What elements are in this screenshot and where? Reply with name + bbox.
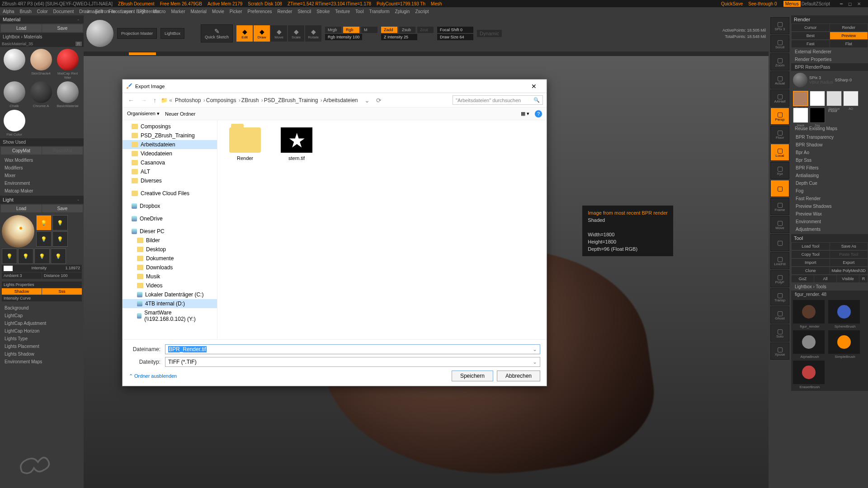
menu-marker[interactable]: Marker xyxy=(168,9,188,14)
tool-thumb[interactable]: figur_render xyxy=(793,300,826,328)
material-section[interactable]: Wax Modifiers xyxy=(0,156,84,164)
render-section[interactable]: Environment xyxy=(791,218,868,225)
tool-thumb[interactable]: SimpleBrush xyxy=(828,330,862,359)
load-tool-button[interactable]: Load Tool xyxy=(792,243,830,250)
tree-item[interactable]: SmartWare (\\192.168.0.102) (Y:) xyxy=(123,308,217,324)
light-section[interactable]: Background xyxy=(0,304,84,312)
goz-button[interactable]: GoZ xyxy=(792,275,814,282)
sss-toggle[interactable]: Sss xyxy=(42,288,82,295)
lights-props[interactable]: Lights Properties xyxy=(2,282,82,288)
filename-input[interactable]: BPR_Render.tif ⌄ xyxy=(165,344,540,354)
light-section[interactable]: LightCap Horizon xyxy=(0,327,84,335)
material-swatch[interactable]: Chrome A xyxy=(28,81,53,108)
render-section[interactable]: Depth Cue xyxy=(791,179,868,187)
light-load-button[interactable]: Load xyxy=(1,205,42,212)
dynamic-button[interactable]: Dynamic xyxy=(477,30,502,37)
nav-fwd-icon[interactable]: → xyxy=(139,97,149,104)
copy-tool-button[interactable]: Copy Tool xyxy=(792,251,830,258)
import-button[interactable]: Import xyxy=(792,259,830,266)
tool-thumb[interactable]: AlphaBrush xyxy=(793,330,826,359)
light-section[interactable]: Lights Placement xyxy=(0,343,84,350)
menu-stroke[interactable]: Stroke xyxy=(314,9,332,14)
preview-button[interactable]: Preview xyxy=(830,32,868,39)
tool-thumb[interactable]: EraserBrush xyxy=(793,361,826,389)
tree-item[interactable]: Desktop xyxy=(123,245,217,254)
cursor-button[interactable]: Cursor xyxy=(792,24,830,31)
rtool-polyf[interactable]: ▢PolyF xyxy=(770,270,789,287)
shadow-toggle[interactable]: Shadow xyxy=(2,288,42,295)
menu-preferences[interactable]: Preferences xyxy=(245,9,275,14)
menu-texture[interactable]: Texture xyxy=(332,9,353,14)
render-section[interactable]: Adjustments xyxy=(791,225,868,233)
lightbox-materials[interactable]: Lightbox › Materials xyxy=(0,33,84,41)
render-section[interactable]: BPR Transparency xyxy=(791,133,868,141)
filetype-select[interactable]: TIFF (*.TIF)⌄ xyxy=(165,357,540,367)
draw-mode-button[interactable]: ◆Draw xyxy=(254,25,270,42)
tree-item[interactable]: OneDrive xyxy=(123,214,217,223)
refresh-icon[interactable]: ⟳ xyxy=(374,97,383,104)
render-section[interactable]: Bpr Sss xyxy=(791,156,868,164)
quick-sketch-button[interactable]: ✎Quick Sketch xyxy=(201,24,233,42)
rgb-intensity-slider[interactable]: Rgb Intensity 100 xyxy=(325,34,362,40)
nav-up-icon[interactable]: ↑ xyxy=(151,97,158,104)
light-section[interactable]: LightCap xyxy=(0,312,84,319)
material-swatch[interactable]: Flat Color xyxy=(2,110,27,136)
pass-shadow[interactable]: Shadow xyxy=(826,91,842,106)
tree-item[interactable]: Bilder xyxy=(123,236,217,245)
menus-toggle[interactable]: Menus xyxy=(783,1,801,7)
light-7-toggle[interactable]: 💡 xyxy=(34,249,50,264)
tree-item[interactable]: Diverses xyxy=(123,176,217,185)
file-item[interactable]: Render xyxy=(225,127,265,161)
rtool-local[interactable]: ▢Local xyxy=(770,144,789,161)
material-save-button[interactable]: Save xyxy=(42,24,83,32)
menu-tool[interactable]: Tool xyxy=(353,9,366,14)
rtool-xyz[interactable]: ▢Xyz xyxy=(770,162,789,179)
rtool-persp[interactable]: ▢Persp xyxy=(770,108,789,125)
material-section[interactable]: Mixer xyxy=(0,172,84,179)
tree-item[interactable]: Lokaler Datenträger (C:) xyxy=(123,290,217,299)
light-section[interactable]: LightCap Adjustment xyxy=(0,319,84,327)
light-6-toggle[interactable]: 💡 xyxy=(18,249,33,264)
tree-item[interactable]: ALT xyxy=(123,167,217,176)
menu-zscript[interactable]: Zscript xyxy=(412,9,431,14)
menu-transform[interactable]: Transform xyxy=(366,9,392,14)
menu-color[interactable]: Color xyxy=(34,9,51,14)
projection-master-button[interactable]: Projection Master xyxy=(117,28,157,39)
rtool-blank[interactable]: ▢ xyxy=(770,180,789,197)
intensity-curve[interactable]: Intensity Curve xyxy=(2,295,82,301)
crumb[interactable]: Composings xyxy=(206,97,241,103)
rtool-move[interactable]: ▢Move xyxy=(770,216,789,233)
light-2-toggle[interactable]: 💡 xyxy=(52,215,68,230)
goz-all-button[interactable]: All xyxy=(814,275,836,282)
nav-back-icon[interactable]: ← xyxy=(126,97,136,104)
scale-mode-button[interactable]: ◆Scale xyxy=(288,25,304,42)
rtool-zoom[interactable]: ▢Zoom xyxy=(770,53,789,70)
zcut-button[interactable]: Zcut xyxy=(417,27,434,33)
tree-item[interactable]: Casanova xyxy=(123,158,217,167)
render-section[interactable]: Fast Render xyxy=(791,195,868,202)
tree-item[interactable]: PSD_ZBrush_Training xyxy=(123,131,217,140)
rtool-actual[interactable]: ▢Actual xyxy=(770,71,789,89)
zadd-button[interactable]: Zadd xyxy=(381,27,397,33)
material-section[interactable]: Environment xyxy=(0,179,84,187)
rtool-frame[interactable]: ▢Frame xyxy=(770,198,789,215)
current-tool[interactable]: figur_render. 48 xyxy=(791,291,868,298)
window-max-icon[interactable]: ◻ xyxy=(848,1,852,6)
copymat-button[interactable]: CopyMat xyxy=(1,147,42,155)
tree-item[interactable]: Downloads xyxy=(123,263,217,272)
paste-tool-button[interactable]: Paste Tool xyxy=(830,251,868,258)
flat-button[interactable]: Flat xyxy=(830,40,868,47)
save-button[interactable]: Speichern xyxy=(452,371,493,381)
render-section[interactable]: BPR Shadow xyxy=(791,141,868,149)
draw-size-slider[interactable]: Draw Size 64 xyxy=(437,34,473,40)
rotate-mode-button[interactable]: ◆Rotate xyxy=(305,25,321,42)
crumb-dropdown-icon[interactable]: ⌄ xyxy=(363,97,372,104)
rtool-aahalf[interactable]: ▢AAHalf xyxy=(770,89,789,107)
intensity-slider[interactable]: Intensity1.18972 xyxy=(2,265,82,272)
render-section[interactable]: Bpr Ao xyxy=(791,149,868,156)
render-button[interactable]: Render xyxy=(830,24,868,31)
goz-visible-button[interactable]: Visible xyxy=(837,275,859,282)
best-button[interactable]: Best xyxy=(792,32,830,39)
crumb[interactable]: Arbeitsdateien xyxy=(323,97,360,103)
tree-item[interactable]: Creative Cloud Files xyxy=(123,189,217,198)
